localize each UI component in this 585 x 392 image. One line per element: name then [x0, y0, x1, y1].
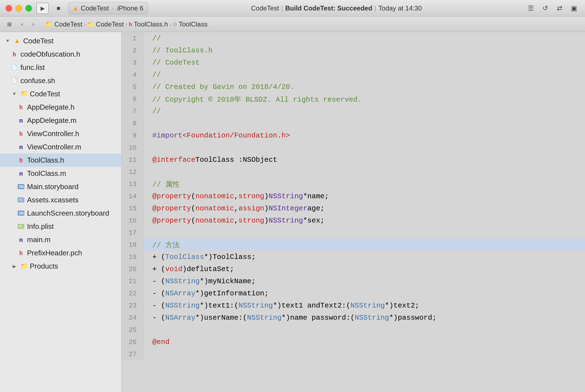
code-line-24: 24- (NSArray *)userName:(NSString *)name…: [121, 311, 585, 324]
forward-button[interactable]: ›: [28, 19, 38, 29]
folder-blue-icon: 📁: [20, 263, 27, 270]
h-icon-appdelegate: h: [18, 104, 24, 111]
code-line-6: 6// Copyright © 2018年 BLSDZ. All rights …: [121, 93, 585, 105]
code-token: // CodeTest: [152, 59, 200, 67]
code-token: // Copyright © 2018年 BLSDZ. All rights r…: [152, 94, 362, 104]
line-number-14: 14: [121, 190, 143, 202]
code-token: NSString: [268, 192, 303, 200]
play-button[interactable]: ▶: [36, 3, 49, 14]
breadcrumb-sep1: ›: [84, 21, 86, 27]
code-line-16: 16@property (nonatomic, strong) NSString…: [121, 214, 585, 226]
code-token: (: [191, 216, 195, 225]
line-number-2: 2: [121, 44, 143, 56]
line-content-6: // Copyright © 2018年 BLSDZ. All rights r…: [143, 93, 585, 105]
plist-icon: PL: [18, 224, 24, 229]
sidebar-label-ToolClass-h: ToolClass.h: [27, 156, 64, 165]
code-token: @property: [152, 216, 191, 225]
sidebar-item-func-list[interactable]: 📄 func.list: [0, 61, 121, 74]
close-button[interactable]: [6, 5, 12, 12]
sidebar-item-ToolClass-m[interactable]: m ToolClass.m: [0, 167, 121, 180]
line-content-23: - (NSString *)text1:(NSString *)text1 an…: [143, 299, 585, 311]
code-line-7: 7//: [121, 105, 585, 117]
code-token: *name;: [303, 192, 329, 200]
code-token: NSString: [238, 301, 273, 310]
sidebar-item-Main-storyboard[interactable]: SB Main.storyboard: [0, 180, 121, 193]
line-content-13: // 属性: [143, 178, 585, 190]
arrow-icon[interactable]: ⇄: [554, 3, 565, 14]
sidebar-item-Products[interactable]: ▶ 📁 Products: [0, 259, 121, 273]
line-number-27: 27: [121, 348, 143, 360]
refresh-icon[interactable]: ↺: [540, 3, 551, 14]
breadcrumb-folder-icon: 📁: [87, 21, 94, 28]
sidebar-item-AppDelegate-h[interactable]: h AppDelegate.h: [0, 100, 121, 114]
structure-button[interactable]: ⊞: [4, 19, 14, 29]
minimize-button[interactable]: [15, 5, 22, 12]
h-icon-toolclass: h: [18, 157, 24, 164]
main-content: ▼ ▲ CodeTest h codeObfuscation.h 📄 func.…: [0, 32, 585, 392]
breadcrumb-folder[interactable]: CodeTest: [96, 20, 124, 28]
build-status: Build CodeTest: Succeeded: [285, 4, 372, 12]
sidebar-item-codeObfuscation[interactable]: h codeObfuscation.h: [0, 47, 121, 61]
sh-icon: 📄: [11, 78, 18, 84]
breadcrumb-file[interactable]: ToolClass.h: [134, 20, 168, 28]
scheme-selector[interactable]: ▲ CodeTest › iPhone 6: [68, 2, 148, 14]
sidebar-item-codetest-root[interactable]: ▼ ▲ CodeTest: [0, 34, 121, 47]
code-token: NSString: [165, 277, 200, 285]
code-token: assign: [238, 204, 264, 213]
code-token: ToolClass: [165, 253, 204, 261]
code-token: nonatomic: [195, 192, 234, 200]
line-number-20: 20: [121, 263, 143, 275]
sidebar-item-ViewController-h[interactable]: h ViewController.h: [0, 127, 121, 140]
code-line-8: 8: [121, 117, 585, 129]
layout-icon[interactable]: ☰: [525, 3, 536, 14]
code-line-15: 15@property (nonatomic, assign) NSIntege…: [121, 202, 585, 214]
sidebar-item-Assets-xcassets[interactable]: XC Assets.xcassets: [0, 193, 121, 206]
code-token: *)text1 andText2:(: [273, 301, 350, 310]
sidebar-item-Info-plist[interactable]: PL Info.plist: [0, 220, 121, 233]
code-line-25: 25: [121, 324, 585, 336]
line-number-11: 11: [121, 153, 143, 166]
sidebar-item-LaunchScreen-storyboard[interactable]: SB LaunchScreen.storyboard: [0, 206, 121, 220]
code-token: #import: [152, 131, 182, 140]
code-editor[interactable]: 1//2// ToolClass.h3// CodeTest4//5// Cre…: [121, 32, 585, 392]
line-content-22: - (NSArray *)getInformation;: [143, 287, 585, 299]
scheme-app: CodeTest: [81, 4, 109, 12]
group-triangle-icon: ▼: [11, 91, 18, 96]
code-line-14: 14@property (nonatomic, strong) NSString…: [121, 190, 585, 202]
m-icon-vc: m: [18, 144, 24, 150]
code-token: - (: [152, 301, 165, 310]
line-number-25: 25: [121, 324, 143, 336]
sidebar-item-codetest-group[interactable]: ▼ 📁 CodeTest: [0, 87, 121, 100]
line-number-21: 21: [121, 275, 143, 287]
stop-button[interactable]: ■: [53, 3, 64, 14]
panel-icon[interactable]: ▣: [568, 3, 579, 14]
line-content-1: //: [143, 32, 585, 44]
line-content-14: @property (nonatomic, strong) NSString *…: [143, 190, 585, 202]
line-content-20: + (void)deflutaSet;: [143, 263, 585, 275]
line-content-15: @property (nonatomic, assign) NSInteger …: [143, 202, 585, 214]
code-line-12: 12: [121, 166, 585, 178]
sidebar-item-confuse-sh[interactable]: 📄 confuse.sh: [0, 74, 121, 87]
line-number-7: 7: [121, 105, 143, 117]
code-token: NSArray: [165, 289, 195, 298]
sidebar-label-Info-plist: Info.plist: [27, 222, 54, 231]
back-button[interactable]: ‹: [17, 19, 27, 29]
breadcrumb-symbol[interactable]: ToolClass: [179, 20, 208, 28]
sidebar-item-ViewController-m[interactable]: m ViewController.m: [0, 140, 121, 153]
sidebar-item-PrefixHeader-pch[interactable]: h PrefixHeader.pch: [0, 246, 121, 259]
sidebar-item-AppDelegate-m[interactable]: m AppDelegate.m: [0, 114, 121, 127]
code-line-1: 1//: [121, 32, 585, 44]
line-number-13: 13: [121, 178, 143, 190]
sidebar-item-main-m[interactable]: m main.m: [0, 233, 121, 246]
code-token: NSArray: [165, 314, 195, 322]
breadcrumb-sep2: ›: [126, 21, 127, 27]
maximize-button[interactable]: [25, 5, 32, 12]
line-content-5: // Created by Gavin on 2018/4/20.: [143, 81, 585, 93]
code-line-10: 10: [121, 141, 585, 153]
scheme-separator: ›: [112, 5, 114, 11]
sidebar-item-ToolClass-h[interactable]: h ToolClass.h: [0, 153, 121, 167]
breadcrumb-root[interactable]: CodeTest: [54, 20, 82, 28]
code-token: *)text1:(: [200, 301, 238, 310]
sidebar-label-func-list: func.list: [20, 63, 45, 72]
code-token: //: [152, 107, 161, 115]
